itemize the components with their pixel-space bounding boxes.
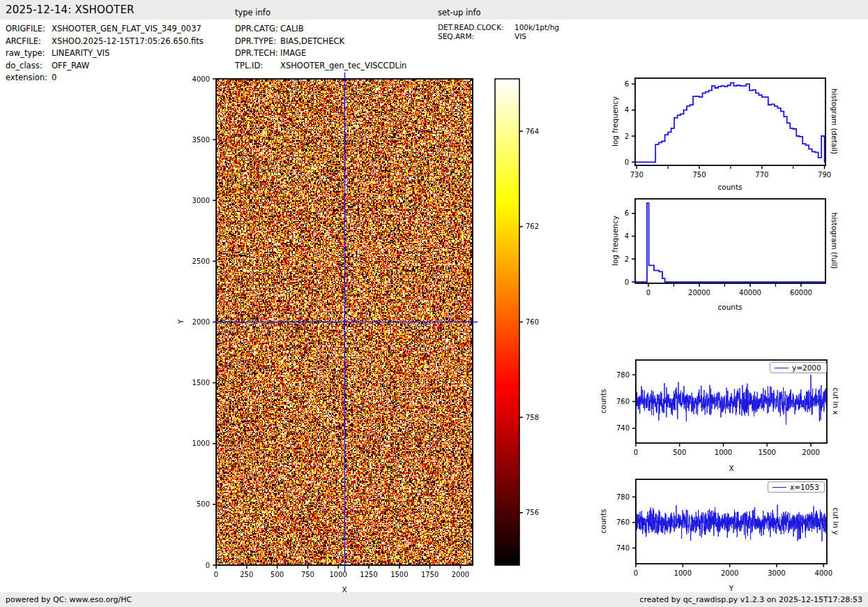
svg-text:2000: 2000: [802, 449, 819, 456]
footer-right: created by qc_rawdisp.py v1.2.3 on 2025-…: [639, 595, 862, 604]
main-ylabel: Y: [176, 276, 185, 367]
meta-row: do_class:OFF_RAW: [6, 60, 204, 73]
hist-full-xlabel: counts: [685, 302, 775, 312]
meta-value: LINEARITY_VIS: [52, 47, 109, 60]
svg-text:740: 740: [616, 544, 630, 552]
svg-text:250: 250: [240, 571, 253, 578]
svg-text:3500: 3500: [192, 136, 210, 144]
svg-text:1000: 1000: [192, 440, 210, 447]
svg-text:2000: 2000: [721, 569, 738, 577]
qc-rawdisp-report: 2025-12-14: XSHOOTER type info set-up in…: [0, 0, 868, 607]
svg-text:1000: 1000: [715, 449, 732, 456]
svg-text:1500: 1500: [390, 571, 408, 578]
svg-text:0: 0: [206, 562, 210, 569]
svg-text:756: 756: [526, 509, 539, 516]
cut-y-right-label: cut in y: [831, 476, 841, 567]
svg-text:0: 0: [625, 278, 629, 286]
svg-text:6: 6: [625, 209, 629, 217]
noise-trace-line: [636, 496, 827, 541]
cut-x-ylabel: counts: [598, 356, 608, 447]
svg-text:0: 0: [625, 158, 629, 166]
svg-text:2: 2: [625, 133, 629, 140]
meta-row: DPR.TYPE:BIAS,DETCHECK: [235, 36, 406, 48]
setup-info-block: DET.READ.CLOCK:100k/1pt/hgSEQ.ARM:VIS: [438, 23, 559, 41]
meta-value: BIAS,DETCHECK: [280, 36, 344, 48]
svg-text:780: 780: [616, 493, 630, 501]
meta-row: SEQ.ARM:VIS: [438, 32, 559, 41]
cut-y-xlabel: Y: [686, 583, 777, 593]
meta-value: XSHOOTER_GEN_FLAT_VIS_349_0037: [52, 23, 201, 36]
histogram-step-line: [635, 203, 825, 282]
svg-text:4000: 4000: [192, 75, 210, 83]
svg-text:6: 6: [625, 80, 629, 88]
svg-text:790: 790: [818, 171, 831, 179]
meta-label: DPR.CATG:: [235, 23, 280, 36]
svg-text:760: 760: [616, 518, 630, 526]
svg-text:760: 760: [616, 398, 630, 405]
svg-text:780: 780: [616, 371, 630, 379]
meta-value: 100k/1pt/hg: [515, 23, 559, 32]
cut-x-xlabel: X: [686, 463, 777, 473]
svg-text:730: 730: [630, 171, 644, 179]
footer-left: powered by QC: www.eso.org/HC: [6, 595, 132, 604]
hist-detail-xlabel: counts: [685, 182, 775, 192]
setup-info-heading: set-up info: [438, 8, 481, 17]
page-title: 2025-12-14: XSHOOTER: [6, 3, 135, 16]
meta-value: CALIB: [280, 23, 304, 36]
meta-value: XSHOOTER_gen_tec_VISCCDLin: [280, 60, 406, 73]
svg-text:4000: 4000: [815, 569, 832, 577]
cut-x-legend: y=2000: [770, 362, 827, 373]
svg-text:1000: 1000: [674, 569, 692, 577]
meta-value: IMAGE: [280, 47, 306, 60]
histogram-detail-plot: 7307507707900246: [635, 78, 825, 165]
hist-detail-ylabel: log frequency: [610, 76, 620, 167]
svg-text:0: 0: [214, 571, 218, 578]
svg-text:3000: 3000: [192, 197, 210, 204]
legend-line-sample: [772, 487, 786, 488]
svg-text:2000: 2000: [452, 571, 469, 578]
svg-text:758: 758: [526, 414, 539, 421]
cut-y-legend: x=1053: [768, 481, 825, 493]
svg-text:2000: 2000: [192, 318, 210, 326]
svg-text:500: 500: [197, 500, 210, 508]
svg-text:4: 4: [625, 232, 629, 240]
svg-text:750: 750: [301, 571, 314, 578]
svg-text:762: 762: [526, 223, 539, 230]
meta-label: raw_type:: [6, 47, 52, 60]
meta-value: VIS: [515, 32, 526, 41]
meta-label: do_class:: [6, 60, 52, 73]
type-info-heading: type info: [235, 8, 271, 17]
meta-value: 0: [52, 72, 56, 84]
meta-label: DPR.TECH:: [235, 47, 280, 60]
svg-text:0: 0: [634, 569, 638, 577]
type-info-block: DPR.CATG:CALIBDPR.TYPE:BIAS,DETCHECKDPR.…: [235, 23, 406, 72]
meta-label: extension:: [6, 72, 52, 84]
svg-text:764: 764: [526, 128, 539, 135]
svg-text:2500: 2500: [192, 257, 210, 265]
meta-value: OFF_RAW: [52, 60, 89, 73]
svg-text:770: 770: [755, 171, 768, 179]
svg-text:1500: 1500: [192, 379, 210, 387]
svg-text:60000: 60000: [790, 289, 812, 297]
svg-text:760: 760: [526, 318, 539, 326]
svg-text:2: 2: [625, 255, 629, 263]
meta-row: ORIGFILE:XSHOOTER_GEN_FLAT_VIS_349_0037: [6, 23, 204, 36]
svg-text:3000: 3000: [768, 569, 785, 577]
svg-text:0: 0: [646, 289, 650, 297]
detector-image-plot: 0250500750100012501500175020000500100015…: [216, 79, 473, 565]
meta-label: ORIGFILE:: [6, 23, 52, 36]
meta-row: ARCFILE:XSHOO.2025-12-15T17:05:26.650.fi…: [6, 36, 204, 48]
meta-row: TPL.ID:XSHOOTER_gen_tec_VISCCDLin: [235, 60, 406, 73]
hist-full-right-label: histogram (full): [830, 195, 839, 286]
svg-text:1750: 1750: [421, 571, 439, 578]
meta-row: DPR.TECH:IMAGE: [235, 47, 406, 60]
histogram-step-line: [635, 83, 825, 163]
meta-row: DET.READ.CLOCK:100k/1pt/hg: [438, 23, 559, 32]
svg-text:750: 750: [693, 171, 706, 179]
meta-label: DPR.TYPE:: [235, 36, 280, 48]
svg-text:0: 0: [634, 449, 638, 456]
file-info-block: ORIGFILE:XSHOOTER_GEN_FLAT_VIS_349_0037A…: [6, 23, 204, 84]
meta-label: DET.READ.CLOCK:: [438, 23, 515, 32]
histogram-full-plot: 02000040000600000246: [635, 199, 825, 283]
svg-text:20000: 20000: [688, 289, 710, 297]
